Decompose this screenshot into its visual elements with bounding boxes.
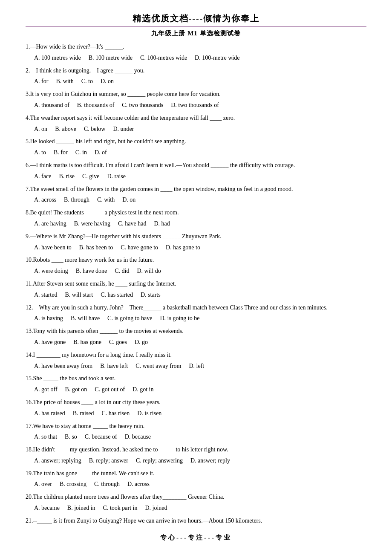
question-text-2: 2.—I think she is outgoing.—I agree ____… <box>26 66 366 76</box>
question-11: 11.After Steven sent some emails, he ___… <box>26 279 366 300</box>
question-6: 6.—I think maths is too difficult. I'm a… <box>26 160 366 182</box>
option-12-3: D. is going to be <box>160 313 200 324</box>
option-8-0: A. are having <box>34 219 66 229</box>
options-line-2: A. forB. withC. toD. on <box>34 76 366 87</box>
options-line-17: A. so thatB. soC. because ofD. because <box>34 432 366 442</box>
option-3-0: A. thousand of <box>34 100 69 110</box>
options-line-4: A. onB. aboveC. belowD. under <box>34 124 366 134</box>
options-line-20: A. becameB. joined inC. took part inD. j… <box>34 503 366 513</box>
option-16-0: A. has raised <box>34 408 65 419</box>
options-line-16: A. has raisedB. raisedC. has risenD. is … <box>34 408 366 419</box>
option-3-3: D. two thousands of <box>171 100 219 110</box>
option-19-0: A. over <box>34 479 52 489</box>
option-8-2: C. have had <box>118 219 146 229</box>
option-14-1: B. have left <box>100 361 128 371</box>
option-13-1: B. has gone <box>73 337 101 347</box>
option-16-3: D. is risen <box>137 408 161 419</box>
question-2: 2.—I think she is outgoing.—I agree ____… <box>26 66 366 87</box>
option-7-0: A. across <box>34 195 56 205</box>
option-15-2: C. got out of <box>95 384 125 395</box>
option-4-0: A. on <box>34 124 47 134</box>
options-line-8: A. are havingB. were havingC. have hadD.… <box>34 219 366 229</box>
option-14-2: C. went away from <box>135 361 181 371</box>
question-text-1: 1.—How wide is the river?—It's ______. <box>26 42 366 52</box>
option-19-1: B. crossing <box>60 479 86 489</box>
option-19-3: D. across <box>127 479 150 489</box>
question-text-18: 18.He didn't ____ my question. Instead, … <box>26 445 366 455</box>
option-7-2: C. with <box>97 195 115 205</box>
option-17-0: A. so that <box>34 432 57 442</box>
option-20-2: C. took part in <box>103 503 138 513</box>
question-15: 15.She _____ the bus and took a seat.A. … <box>26 373 366 395</box>
option-11-0: A. started <box>34 290 57 300</box>
question-13: 13.Tony with his parents often ______ to… <box>26 326 366 347</box>
question-text-20: 20.The children planted more trees and f… <box>26 492 366 502</box>
question-text-9: 9.—Where is Mr Zhang?—He together with h… <box>26 231 366 242</box>
options-line-11: A. startedB. will startC. has startedD. … <box>34 290 366 300</box>
option-9-3: D. has gone to <box>166 243 200 253</box>
option-17-2: C. because of <box>85 432 117 442</box>
option-9-2: C. have gone to <box>121 243 158 253</box>
option-6-2: C. give <box>82 171 99 182</box>
question-16: 16.The price of houses ____ a lot in our… <box>26 397 366 419</box>
options-line-5: A. toB. forC. inD. of <box>34 147 366 158</box>
option-2-3: D. on <box>101 76 114 87</box>
question-text-6: 6.—I think maths is too difficult. I'm a… <box>26 160 366 171</box>
option-14-0: A. have been away from <box>34 361 92 371</box>
question-text-11: 11.After Steven sent some emails, he ___… <box>26 279 366 289</box>
option-12-1: B. will have <box>71 313 100 324</box>
option-3-1: B. thousands of <box>77 100 115 110</box>
option-17-3: D. because <box>125 432 151 442</box>
question-1: 1.—How wide is the river?—It's ______.A.… <box>26 42 366 63</box>
option-10-0: A. were doing <box>34 266 68 276</box>
option-13-2: C. goes <box>109 337 127 347</box>
option-18-0: A. answer; replying <box>34 456 81 466</box>
options-line-18: A. answer; replyingB. reply; answerC. re… <box>34 456 366 466</box>
option-13-3: D. go <box>135 337 148 347</box>
option-12-2: C. is going to have <box>107 313 152 324</box>
options-line-3: A. thousand ofB. thousands ofC. two thou… <box>34 100 366 110</box>
question-5: 5.He looked ______ his left and right, b… <box>26 136 366 158</box>
option-15-3: D. got in <box>133 384 153 395</box>
options-line-1: A. 100 metres wideB. 100 metre wideC. 10… <box>34 53 366 63</box>
option-5-1: B. for <box>54 147 68 158</box>
options-line-10: A. were doingB. have doneC. didD. will d… <box>34 266 366 276</box>
option-3-2: C. two thousands <box>122 100 163 110</box>
question-text-3: 3.It is very cool in Guizhou in summer, … <box>26 89 366 99</box>
question-text-10: 10.Robots ____ more heavy work for us in… <box>26 255 366 265</box>
question-10: 10.Robots ____ more heavy work for us in… <box>26 255 366 276</box>
option-17-1: B. so <box>65 432 77 442</box>
question-7: 7.The sweet smell of the flowers in the … <box>26 184 366 205</box>
option-15-1: B. got on <box>65 384 87 395</box>
option-9-0: A. have been to <box>34 243 72 253</box>
option-18-2: C. reply; answering <box>136 456 183 466</box>
option-16-1: B. raised <box>73 408 94 419</box>
option-10-2: C. did <box>115 266 129 276</box>
option-4-3: D. under <box>113 124 134 134</box>
question-19: 19.The train has gone ____ the tunnel. W… <box>26 468 366 490</box>
question-17: 17.We have to stay at home _____ the hea… <box>26 421 366 442</box>
option-1-0: A. 100 metres wide <box>34 53 81 63</box>
question-text-12: 12.—Why are you in such a hurry, John?—T… <box>26 303 366 313</box>
header-title: 精选优质文档----倾情为你奉上 <box>26 13 366 24</box>
question-21: 21.--_____ is it from Zunyi to Guiyang? … <box>26 516 366 526</box>
options-line-15: A. got offB. got onC. got out ofD. got i… <box>34 384 366 395</box>
option-2-1: B. with <box>56 76 73 87</box>
question-9: 9.—Where is Mr Zhang?—He together with h… <box>26 231 366 253</box>
option-16-2: C. has risen <box>101 408 130 419</box>
option-8-3: D. had <box>154 219 170 229</box>
option-4-1: B. above <box>55 124 76 134</box>
subtitle: 九年级上册 M1 单选检测试卷 <box>26 29 366 38</box>
option-5-2: C. in <box>75 147 87 158</box>
option-12-0: A. is having <box>34 313 63 324</box>
option-11-1: B. will start <box>65 290 93 300</box>
question-text-17: 17.We have to stay at home _____ the hea… <box>26 421 366 431</box>
option-18-1: B. reply; answer <box>89 456 128 466</box>
options-line-13: A. have goneB. has goneC. goesD. go <box>34 337 366 347</box>
question-text-7: 7.The sweet smell of the flowers in the … <box>26 184 366 194</box>
option-1-2: C. 100-metres wide <box>140 53 187 63</box>
option-11-3: D. starts <box>141 290 161 300</box>
question-text-5: 5.He looked ______ his left and right, b… <box>26 136 366 147</box>
option-9-1: B. has been to <box>79 243 113 253</box>
question-18: 18.He didn't ____ my question. Instead, … <box>26 445 366 466</box>
